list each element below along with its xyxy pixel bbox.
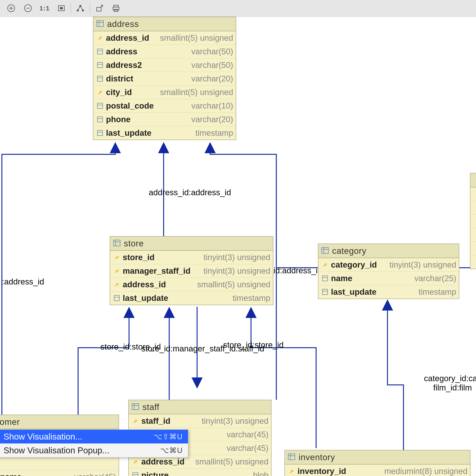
fk-icon: 🔑	[96, 91, 104, 94]
column-row[interactable]: 🔑store_idtinyint(3) unsigned	[110, 251, 273, 264]
column-row[interactable]: 🔑manager_staff_idtinyint(3) unsigned	[110, 264, 273, 278]
column-type: varchar(45)	[72, 472, 116, 476]
menu-item-show-visualisation[interactable]: Show Visualisation... ⌥⇧⌘U	[0, 430, 188, 443]
fit-content-button[interactable]	[56, 2, 67, 15]
svg-rect-28	[97, 117, 103, 122]
svg-rect-12	[97, 7, 101, 11]
column-row[interactable]	[470, 215, 476, 228]
entity-address[interactable]: address 🔑address_idsmallint(5) unsigned …	[93, 17, 236, 140]
svg-rect-17	[97, 21, 103, 27]
column-type: blob	[251, 471, 269, 476]
column-name: address_id	[123, 280, 166, 289]
table-icon	[113, 239, 120, 247]
entity-title: staff	[142, 402, 159, 412]
relation-label: film_id:film	[433, 383, 472, 392]
column-row[interactable]: last_updatetimestamp	[93, 126, 236, 140]
export-button[interactable]	[94, 2, 105, 15]
column-type: varchar(50)	[189, 60, 233, 70]
relation-label: category_id:cat	[424, 374, 476, 383]
table-icon	[132, 403, 139, 411]
column-row[interactable]: namevarchar(25)	[318, 272, 459, 285]
column-row[interactable]: last_updatetimestamp	[110, 291, 273, 305]
column-row[interactable]: last_updatetimestamp	[318, 285, 459, 299]
menu-item-label: Show Visualisation Popup...	[3, 445, 109, 455]
zoom-in-button[interactable]	[6, 2, 17, 15]
relation-label: address_id:address_id	[149, 188, 231, 197]
column-row[interactable]: 🔑inventory_idmediumint(8) unsigned	[285, 464, 470, 476]
column-row[interactable]: postal_codevarchar(10)	[93, 99, 236, 113]
column-row[interactable]: address2varchar(50)	[93, 58, 236, 72]
column-type: smallint(5) unsigned	[158, 87, 233, 97]
entity-title: address	[107, 19, 139, 29]
column-row[interactable]	[470, 201, 476, 215]
column-row[interactable]: addressvarchar(50)	[93, 45, 236, 58]
column-icon	[96, 130, 104, 136]
svg-rect-42	[323, 289, 328, 294]
entity-inventory[interactable]: inventory 🔑inventory_idmediumint(8) unsi…	[285, 450, 470, 476]
column-name: last_update	[106, 128, 152, 137]
column-row[interactable]: 🔑staff_idtinyint(3) unsigned	[129, 414, 271, 428]
entity-header[interactable]: staff	[129, 400, 271, 414]
column-name: last_update	[123, 293, 168, 303]
print-button[interactable]	[110, 2, 122, 15]
column-row[interactable]: phonevarchar(20)	[93, 113, 236, 126]
column-name: store_id	[123, 253, 154, 262]
diagram-canvas[interactable]: :address_id address_id:address_id addres…	[0, 17, 476, 476]
entity-header[interactable]: omer	[0, 415, 119, 429]
fk-icon: 🔑	[113, 283, 121, 286]
column-row[interactable]: 🔑category_idtinyint(3) unsigned	[318, 258, 459, 272]
zoom-out-button[interactable]	[22, 2, 34, 15]
column-icon	[96, 103, 104, 109]
entity-header[interactable]	[470, 173, 476, 187]
column-type: tinyint(3) unsigned	[200, 416, 269, 425]
column-type: mediumint(8) unsigned	[382, 467, 467, 476]
column-type: smallint(5) unsigned	[158, 33, 233, 43]
svg-line-10	[78, 6, 80, 10]
print-icon	[112, 4, 120, 13]
fk-icon: 🔑	[131, 460, 139, 463]
column-icon	[321, 289, 329, 295]
column-row[interactable]	[470, 187, 476, 201]
entity-title: category	[332, 246, 366, 256]
column-row[interactable]: 🔑city_idsmallint(5) unsigned	[93, 85, 236, 99]
column-type: varchar(20)	[189, 115, 233, 124]
column-icon	[113, 295, 121, 301]
svg-rect-6	[60, 7, 63, 9]
column-row[interactable]	[470, 228, 476, 242]
column-type: varchar(45)	[225, 443, 269, 453]
pk-icon: 🔑	[131, 419, 139, 423]
menu-item-show-visualisation-popup[interactable]: Show Visualisation Popup... ⌥⌘U	[0, 443, 188, 457]
layout-button[interactable]	[75, 2, 86, 15]
entity-header[interactable]: inventory	[285, 450, 470, 464]
column-icon	[96, 116, 104, 122]
context-menu: Show Visualisation... ⌥⇧⌘U Show Visualis…	[0, 429, 188, 458]
entity-clipped-right[interactable]	[470, 173, 476, 269]
column-row[interactable]: districtvarchar(20)	[93, 72, 236, 85]
fit-content-icon	[57, 4, 66, 13]
entity-store[interactable]: store 🔑store_idtinyint(3) unsigned 🔑mana…	[110, 236, 273, 305]
svg-rect-24	[97, 76, 103, 81]
entity-title: store	[124, 238, 144, 248]
toolbar: 1:1	[0, 0, 476, 17]
column-row[interactable]: 🔑address_idsmallint(5) unsigned	[93, 31, 236, 45]
column-row[interactable]: 🔑address_idsmallint(5) unsigned	[110, 278, 273, 291]
column-name: address_id	[106, 33, 149, 43]
svg-rect-40	[323, 276, 328, 281]
column-row[interactable]: pictureblob	[129, 469, 271, 476]
entity-header[interactable]: category	[318, 244, 459, 258]
column-row[interactable]	[470, 242, 476, 255]
column-type: varchar(25)	[413, 274, 456, 283]
column-icon	[96, 48, 104, 55]
column-row[interactable]: _namevarchar(45)	[0, 470, 119, 476]
svg-rect-26	[97, 103, 103, 108]
column-icon	[321, 275, 329, 282]
column-name: address2	[106, 60, 142, 70]
entity-category[interactable]: category 🔑category_idtinyint(3) unsigned…	[318, 244, 459, 299]
export-icon	[95, 4, 104, 13]
entity-header[interactable]: address	[93, 17, 236, 31]
actual-size-button[interactable]: 1:1	[39, 2, 50, 15]
entity-header[interactable]: store	[110, 237, 273, 251]
column-name: address	[106, 47, 137, 56]
column-row[interactable]	[470, 255, 476, 269]
svg-rect-53	[288, 454, 295, 460]
